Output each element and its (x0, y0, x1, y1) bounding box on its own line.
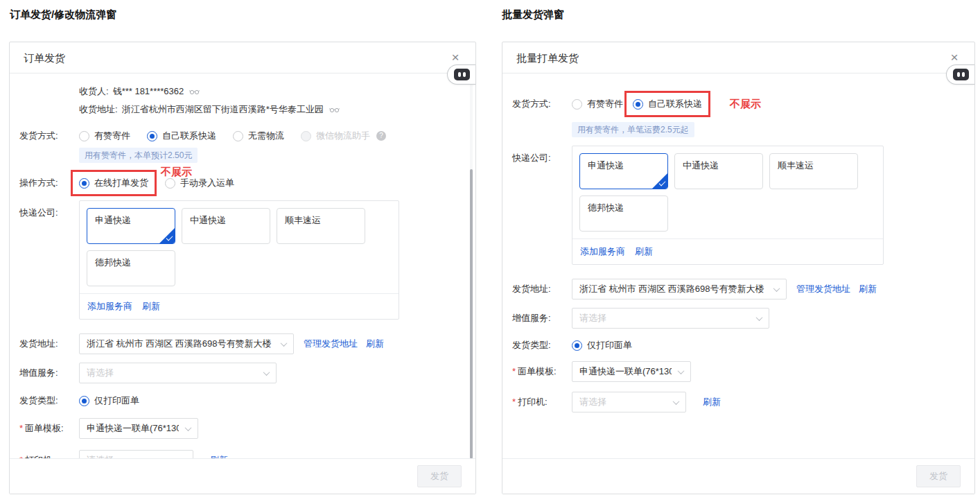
radio-checked-icon (79, 396, 89, 406)
ship-fee-hint-row: 用有赞寄件，单笔运费2.5元起 (512, 122, 965, 137)
courier-card-sto[interactable]: 申通快递 (579, 153, 668, 189)
ship-address-row: 发货地址: 浙江省 杭州市 西湖区 西溪路698号有赞新大楼 管理发货地址 刷新 (19, 333, 466, 354)
courier-panel: 申通快递 中通快递 顺丰速运 德邦快递 (79, 200, 399, 320)
radio-youzan-send[interactable]: 有赞寄件 (79, 130, 130, 142)
radio-self-contact-courier[interactable]: 自己联系快递 (633, 98, 702, 110)
ship-method-label: 发货方式: (512, 98, 572, 110)
receiver-address-label: 收货地址: (79, 103, 118, 116)
value-added-row: 增值服务: 请选择 (19, 363, 466, 383)
radio-icon (165, 178, 175, 189)
value-added-select[interactable]: 请选择 (572, 308, 769, 329)
add-provider-link[interactable]: 添加服务商 (580, 245, 625, 258)
ship-type-row: 发货类型: 仅打印面单 (512, 339, 965, 351)
courier-card-deppon[interactable]: 德邦快递 (579, 195, 668, 232)
check-corner-icon (166, 234, 173, 241)
assistant-pill[interactable] (447, 64, 475, 85)
ship-type-label: 发货类型: (512, 339, 572, 351)
check-corner-icon (659, 180, 666, 186)
manage-address-link[interactable]: 管理发货地址 (796, 283, 850, 295)
radio-youzan-send[interactable]: 有赞寄件 (572, 98, 623, 110)
receiver-address-value: 浙江省杭州市西湖区留下街道西溪路*号华泰工业园 (122, 103, 324, 116)
ship-address-select[interactable]: 浙江省 杭州市 西湖区 西溪路698号有赞新大楼 (79, 333, 294, 354)
caption-order-ship-modal: 订单发货/修改物流弹窗 (10, 8, 116, 21)
refresh-courier-link[interactable]: 刷新 (635, 245, 653, 258)
waybill-template-label: *面单模板: (19, 422, 79, 435)
refresh-courier-link[interactable]: 刷新 (142, 300, 160, 313)
modal-footer: 发货 (502, 458, 974, 494)
refresh-printer-link[interactable]: 刷新 (703, 396, 721, 408)
radio-no-logistics[interactable]: 无需物流 (233, 130, 284, 142)
ship-fee-hint: 用有赞寄件，本单预计2.50元 (79, 148, 198, 163)
printer-select[interactable]: 请选择 (79, 450, 193, 458)
ship-address-label: 发货地址: (19, 338, 79, 350)
help-icon[interactable]: ? (376, 131, 386, 141)
caption-batch-ship-modal: 批量发货弹窗 (502, 8, 564, 21)
waybill-template-row: *面单模板: 申通快递一联单(76*130) (512, 361, 965, 382)
chevron-down-icon (678, 367, 685, 374)
value-added-select[interactable]: 请选择 (79, 363, 277, 383)
courier-card-deppon[interactable]: 德邦快递 (87, 250, 175, 286)
courier-card-zto[interactable]: 中通快递 (674, 153, 763, 189)
value-added-label: 增值服务: (19, 367, 79, 379)
radio-disabled-icon (301, 131, 311, 141)
page: 订单发货/修改物流弹窗 批量发货弹窗 订单发货 × 收货人: 钱*** 181*… (0, 0, 980, 504)
ship-type-label: 发货类型: (19, 394, 79, 407)
modal-header: 订单发货 × (10, 42, 475, 73)
radio-checked-icon (633, 99, 643, 110)
annotation-not-shown: 不展示 (730, 98, 761, 111)
refresh-address-link[interactable]: 刷新 (859, 283, 877, 295)
radio-wechat-logistics: 微信物流助手 ? (301, 130, 386, 142)
receiver-label: 收货人: (79, 85, 109, 98)
operate-method-row: 操作方式: 在线打单发货 不展示 手动录入运单 (19, 170, 466, 196)
modal-header: 批量打单发货 × (502, 42, 974, 73)
glasses-icon[interactable] (189, 89, 200, 95)
ship-address-select[interactable]: 浙江省 杭州市 西湖区 西溪路698号有赞新大楼 (572, 279, 787, 299)
value-added-row: 增值服务: 请选择 (512, 308, 965, 329)
ship-submit-button[interactable]: 发货 (417, 465, 462, 487)
ship-method-row: 发货方式: 有赞寄件 自己联系快递 不展示 (512, 91, 965, 117)
batch-ship-modal: 批量打单发货 × 发货方式: 有赞寄件 自己联系快 (502, 42, 975, 494)
ship-fee-hint-row: 用有赞寄件，本单预计2.50元 (19, 148, 466, 163)
courier-card-sto[interactable]: 申通快递 (87, 208, 175, 244)
radio-online-print-ship[interactable]: 在线打单发货 (79, 177, 148, 189)
courier-card-zto[interactable]: 中通快递 (182, 208, 270, 244)
chevron-down-icon (673, 398, 680, 405)
annotation-not-shown: 不展示 (161, 166, 192, 179)
radio-print-label-only[interactable]: 仅打印面单 (79, 394, 139, 407)
radio-print-label-only[interactable]: 仅打印面单 (572, 339, 632, 351)
modal-footer: 发货 (10, 458, 475, 494)
courier-card-sf[interactable]: 顺丰速运 (769, 153, 858, 189)
add-provider-link[interactable]: 添加服务商 (87, 300, 132, 313)
scrollbar-thumb[interactable] (470, 169, 473, 459)
courier-row: 快递公司: 申通快递 中通快递 顺丰速运 (512, 146, 965, 265)
ship-method-label: 发货方式: (19, 130, 79, 142)
annotation-red-box: 在线打单发货 不展示 (71, 170, 157, 196)
printer-label: *打印机: (512, 396, 572, 408)
ship-type-row: 发货类型: 仅打印面单 (19, 394, 466, 407)
annotation-red-box: 自己联系快递 (624, 91, 710, 117)
chevron-down-icon (773, 285, 780, 292)
radio-checked-icon (572, 340, 582, 351)
modal-title: 订单发货 (24, 52, 65, 64)
modal-title: 批量打单发货 (516, 52, 579, 64)
ship-submit-button[interactable]: 发货 (916, 465, 961, 487)
chevron-down-icon (756, 314, 763, 321)
printer-row: *打印机: 请选择 刷新 (19, 450, 466, 458)
radio-checked-icon (147, 131, 157, 141)
courier-panel: 申通快递 中通快递 顺丰速运 德邦快递 (572, 146, 884, 265)
courier-row: 快递公司: 申通快递 中通快递 顺丰速运 (19, 200, 466, 320)
radio-self-contact-courier[interactable]: 自己联系快递 (147, 130, 216, 142)
printer-select[interactable]: 请选择 (572, 392, 686, 412)
refresh-address-link[interactable]: 刷新 (366, 338, 384, 350)
glasses-icon[interactable] (329, 107, 340, 113)
courier-label: 快递公司: (512, 146, 572, 164)
waybill-template-select[interactable]: 申通快递一联单(76*130) (79, 418, 198, 439)
waybill-template-select[interactable]: 申通快递一联单(76*130) (572, 361, 691, 382)
modal-body: 发货方式: 有赞寄件 自己联系快递 不展示 用有赞 (502, 74, 974, 458)
manage-address-link[interactable]: 管理发货地址 (304, 338, 358, 350)
courier-card-sf[interactable]: 顺丰速运 (277, 208, 365, 244)
assistant-pill[interactable] (946, 64, 974, 85)
waybill-template-label: *面单模板: (512, 365, 572, 378)
courier-label: 快递公司: (19, 200, 79, 219)
radio-icon (79, 131, 89, 141)
